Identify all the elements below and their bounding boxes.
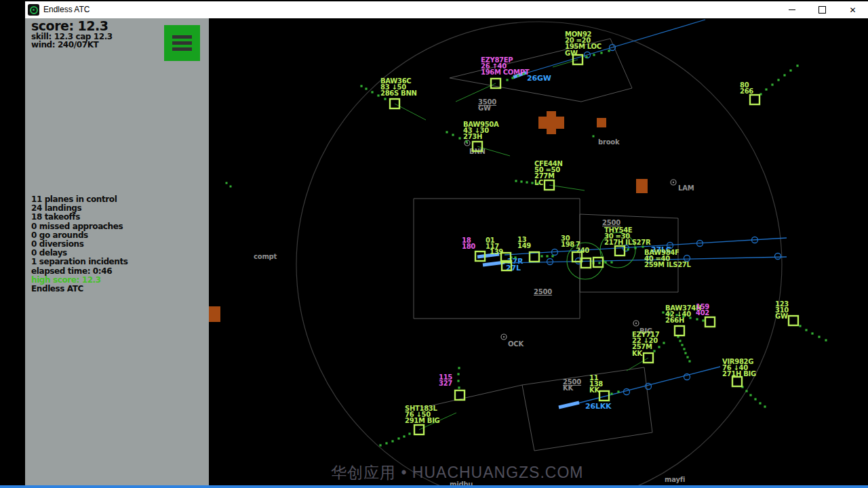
hamburger-icon [172, 35, 192, 51]
stat-line: 0 missed approaches [31, 222, 128, 231]
runway-label-26GW: 26GW [527, 74, 551, 83]
aircraft-VIR982G-trail-dot [749, 394, 751, 396]
hamburger-bar [172, 35, 192, 39]
aircraft-BAW374H-trail-dot [679, 340, 681, 342]
aircraft-SHT183L-trail-dot [385, 442, 387, 444]
aircraft-VIR982G-label[interactable]: VIR982G76 ↓40271H BIG [722, 358, 756, 378]
aircraft-P115-trail-dot [457, 380, 459, 382]
aircraft-P159-trail-dot [662, 311, 664, 313]
aircraft-SHT183L-trail-dot [403, 435, 405, 437]
aircraft-THY54E-trail-dot [634, 247, 636, 249]
aircraft-P80-square[interactable] [750, 95, 760, 104]
aircraft-P13-trail-dot [551, 255, 553, 257]
aircraft-P80-trail-dot [765, 88, 767, 90]
waypoint-OCK-icon-dot [503, 336, 505, 338]
waypoint-LAM-icon-dot [673, 182, 674, 183]
app-icon-dot [33, 9, 35, 11]
aircraft-BAW374H-trail-dot [688, 360, 690, 362]
runway-label-26LKK: 26LKK [585, 402, 612, 411]
aircraft-P80-label[interactable]: 80266 [740, 81, 753, 95]
radar-display[interactable]: 250025003500GW2500KK27R27L26GW26LKK27LCL… [209, 18, 868, 488]
wind-text: wind: 240/07KT [31, 40, 98, 49]
aircraft-P139-label[interactable]: 139 [490, 248, 503, 256]
aircraft-P159-square[interactable] [705, 317, 715, 327]
aircraft-EZY717-trail-dot [658, 346, 660, 348]
aircraft-P80-trail-dot [789, 69, 791, 71]
aircraft-P01-trail-dot [514, 256, 516, 258]
aircraft-SHT183L-trail-dot [391, 440, 393, 442]
aircraft-P80-trail-dot [771, 83, 773, 85]
menu-button[interactable] [164, 25, 200, 61]
mva-sector-label: 3500GW [478, 98, 496, 112]
waypoint-label-OCK: OCK [508, 340, 524, 348]
titlebar: Endless ATC ✕ [25, 0, 868, 18]
app-name-text: Endless ATC [31, 285, 128, 293]
mva-sector-label: 2500 [602, 219, 620, 226]
aircraft-P18-label[interactable]: 18180 [462, 237, 475, 250]
aircraft-BAW950A-trail-dot [446, 131, 448, 133]
aircraft-BAW950A-trail-dot [452, 134, 454, 136]
aircraft-EZY717-trail-dot [663, 342, 665, 344]
aircraft-P80-trail-dot [777, 79, 779, 81]
aircraft-BAW36C-label[interactable]: BAW36C83 ↓50286S BNN [380, 77, 417, 97]
aircraft-P123-trail-dot [825, 339, 827, 341]
aircraft-P240-trail-dot [610, 261, 612, 263]
waypoint-label-mayfi: mayfi [665, 476, 685, 483]
aircraft-P30-label[interactable]: 30198 [561, 235, 574, 248]
aircraft-BAW984F-square[interactable] [593, 258, 603, 267]
aircraft-P115-trail-dot [458, 367, 460, 369]
obstacle-marker [636, 179, 648, 193]
aircraft-BAW950A-trail-dot [465, 140, 467, 142]
aircraft-VIR982G-square[interactable] [732, 377, 742, 386]
stat-line: elapsed time: 0:46 [31, 267, 128, 276]
obstacle-marker [538, 117, 564, 129]
stat-lines: 11 planes in control24 landings18 takeof… [31, 195, 128, 276]
aircraft-CFE44N-trail-dot [520, 180, 522, 182]
aircraft-P159-label[interactable]: 159402 [696, 303, 709, 317]
aircraft-THY54E-label[interactable]: THY54E30 =30217H ILS27R [604, 226, 651, 246]
sidebar: score: 12.3 skill: 12.3 cap 12.3 wind: 2… [25, 18, 209, 488]
aircraft-CFE44N-trail-dot [526, 181, 528, 183]
ils-marker-circle [684, 374, 690, 380]
minimize-button[interactable] [776, 1, 807, 18]
aircraft-BAW36C-trail-dot [360, 85, 362, 87]
maximize-icon [818, 6, 826, 14]
aircraft-P11KK-trail-dot [610, 392, 612, 394]
aircraft-BAW36C-trail-dot [384, 98, 386, 100]
aircraft-EZY87EP-trail-dot [511, 77, 513, 79]
aircraft-P115-trail-dot [457, 373, 459, 375]
waypoint-label-compt: compt [254, 253, 277, 260]
maximize-button[interactable] [807, 1, 837, 18]
radar-surface[interactable]: 250025003500GW2500KK27R27L26GW26LKK27LCL… [209, 18, 868, 488]
app-window: Endless ATC ✕ score: 12.3 skill: 12.3 ca… [0, 0, 868, 488]
aircraft-THY54E-trail-dot [627, 248, 629, 250]
aircraft-SHT183L-trail-dot [379, 444, 381, 446]
ils-marker-circle [646, 384, 652, 390]
aircraft-CFE44N-trail-dot [515, 180, 517, 182]
close-button[interactable]: ✕ [837, 1, 868, 18]
aircraft-BAW374H-trail-dot [683, 348, 685, 350]
aircraft-BAW950A-label[interactable]: BAW950A43 ↓30273H [463, 121, 499, 140]
aircraft-BAW36C-trail-dot [377, 94, 379, 96]
aircraft-MON92-trail-dot [585, 56, 587, 58]
aircraft-CFE44N-trail-dot [531, 182, 533, 184]
aircraft-MON92-trail-dot [600, 52, 602, 54]
aircraft-CFE44N-label[interactable]: CFE44N50 =50277MLC [534, 160, 563, 186]
stray-trail-dot [226, 182, 228, 184]
aircraft-BAW374H-square[interactable] [675, 326, 684, 336]
waypoint-label-brook: brook [598, 138, 620, 146]
stray-trail-dot [230, 186, 232, 188]
aircraft-P13-trail-dot [540, 255, 542, 257]
aircraft-P115-trail-dot [458, 386, 460, 388]
aircraft-P13-label[interactable]: 13149 [517, 236, 531, 249]
aircraft-MON92-trail-dot [608, 49, 610, 52]
window-accent-border [0, 485, 868, 488]
aircraft-EZY717-trail-dot [653, 350, 655, 352]
aircraft-MON92-vector [553, 60, 578, 67]
aircraft-P115-label[interactable]: 115327 [439, 373, 452, 387]
aircraft-P123-label[interactable]: 123310GW [775, 300, 789, 320]
aircraft-SHT183L-label[interactable]: SHT183L76 ↓50291M BIG [405, 405, 440, 424]
aircraft-VIR982G-trail-dot [759, 402, 761, 404]
aircraft-EZY87EP-label[interactable]: EZY87EP26 ↑40196M COMPT [481, 56, 530, 76]
aircraft-P123-square[interactable] [789, 316, 798, 325]
